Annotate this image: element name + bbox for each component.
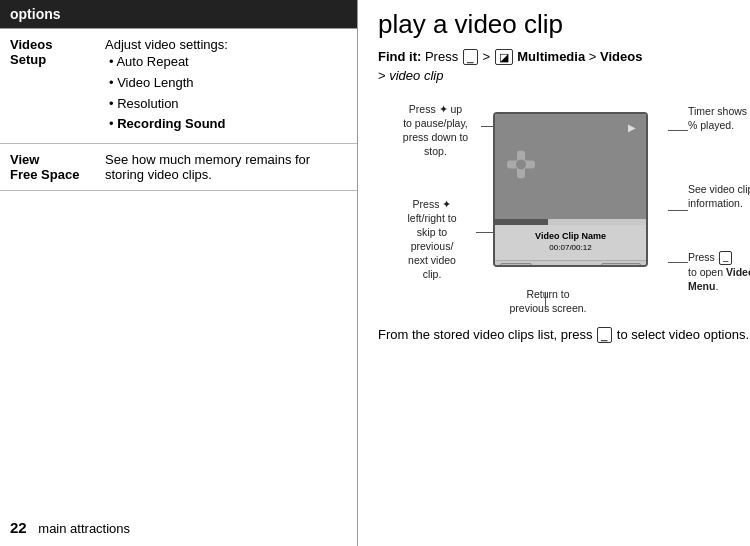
video-info: Video Clip Name 00:07/00:12 <box>501 231 640 252</box>
bottom-buttons: Back ☰ Details <box>495 260 646 267</box>
play-controls: ▶ <box>628 122 636 133</box>
controls-bar: Video Clip Name 00:07/00:12 <box>495 225 646 260</box>
menu-icon-2: ◪ <box>495 49 513 65</box>
callout-top-left: Press ✦ upto pause/play,press down tosto… <box>388 102 483 159</box>
bullet-resolution: Resolution <box>109 94 347 115</box>
right-panel: play a video clip Find it: Press ⎯ > ◪ M… <box>358 0 750 546</box>
menu-icon-3: ⎯ <box>719 251 732 265</box>
menu-lines-icon: ☰ <box>562 263 571 267</box>
callout-mid-left: Press ✦left/right toskip toprevious/next… <box>388 197 476 282</box>
back-button[interactable]: Back <box>500 263 532 267</box>
nav-cross <box>507 151 535 182</box>
left-panel: options VideosSetup Adjust video setting… <box>0 0 358 546</box>
find-it: Find it: Press ⎯ > ◪ Multimedia > Videos… <box>378 47 750 86</box>
bullet-list: Auto Repeat Video Length Resolution Reco… <box>105 52 347 135</box>
menu-icon-1: ⎯ <box>463 49 478 65</box>
options-header: options <box>0 0 357 29</box>
video-time: 00:07/00:12 <box>501 243 640 253</box>
callout-mid-right: See video clipinformation. <box>688 182 750 210</box>
line-bottom-right <box>668 262 688 263</box>
bullet-recording-sound: Recording Sound <box>109 114 347 135</box>
bullet-video-length: Video Length <box>109 73 347 94</box>
options-table: VideosSetup Adjust video settings: Auto … <box>0 29 357 191</box>
details-button[interactable]: Details <box>601 263 641 267</box>
page-footer: 22 main attractions <box>10 519 130 536</box>
desc-view-free-space: See how much memory remains for storing … <box>95 144 357 191</box>
video-diagram: Press ✦ upto pause/play,press down tosto… <box>388 102 750 317</box>
callout-bottom-right: Press ⎯to open VideosMenu. <box>688 250 750 293</box>
phone-inner: ▶ Video Clip Name 00:07/00:12 Back ☰ <box>495 114 646 265</box>
page-title: play a video clip <box>378 10 750 39</box>
desc-videos-setup: Adjust video settings: Auto Repeat Video… <box>95 29 357 144</box>
table-row-view-free-space: ViewFree Space See how much memory remai… <box>0 144 357 191</box>
svg-point-2 <box>516 160 526 170</box>
term-videos-setup: VideosSetup <box>0 29 95 144</box>
footer-label: main attractions <box>38 521 130 536</box>
find-it-label: Find it: <box>378 49 421 64</box>
page-number: 22 <box>10 519 27 536</box>
line-top-right <box>668 130 688 131</box>
bullet-auto-repeat: Auto Repeat <box>109 52 347 73</box>
term-view-free-space: ViewFree Space <box>0 144 95 191</box>
video-area: ▶ <box>495 114 646 219</box>
menu-icon-bottom: ⎯ <box>597 327 612 343</box>
phone-screen: ▶ Video Clip Name 00:07/00:12 Back ☰ <box>493 112 648 267</box>
line-mid-right <box>668 210 688 211</box>
callout-top-right: Timer shows% played. <box>688 104 750 132</box>
video-clip-name: Video Clip Name <box>501 231 640 243</box>
callout-bottom-center: Return toprevious screen. <box>503 287 593 315</box>
table-row-videos-setup: VideosSetup Adjust video settings: Auto … <box>0 29 357 144</box>
bottom-text: From the stored video clips list, press … <box>378 325 750 345</box>
video-clip-link: video clip <box>389 68 443 83</box>
line-bottom-center <box>545 292 546 310</box>
